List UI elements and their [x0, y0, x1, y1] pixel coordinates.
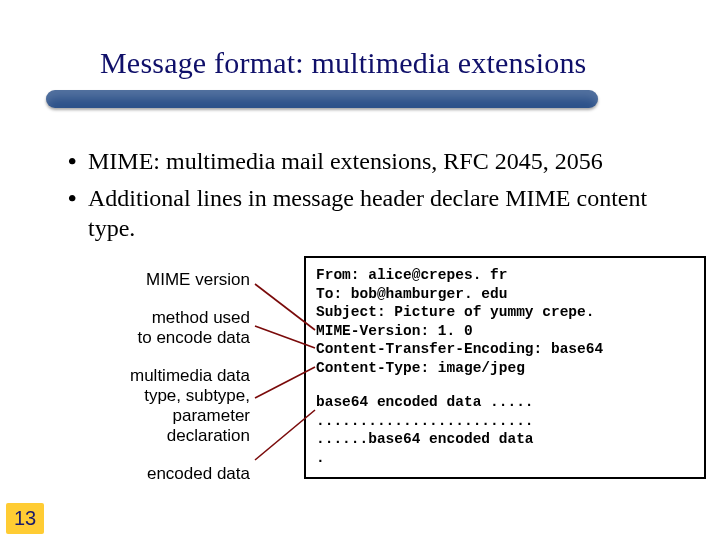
slide-title: Message format: multimedia extensions: [100, 46, 586, 80]
annotation-content-type: multimedia data type, subtype, parameter…: [50, 366, 250, 446]
code-body-line: ......base64 encoded data: [316, 430, 694, 449]
code-to: To: bob@hamburger. edu: [316, 285, 694, 304]
email-code-box: From: alice@crepes. fr To: bob@hamburger…: [304, 256, 706, 479]
bullet-dot: •: [68, 146, 88, 177]
annotation-column: MIME version method used to encode data …: [50, 270, 250, 502]
bullet-item: • MIME: multimedia mail extensions, RFC …: [68, 146, 690, 177]
code-subject: Subject: Picture of yummy crepe.: [316, 303, 694, 322]
code-cte: Content-Transfer-Encoding: base64: [316, 340, 694, 359]
annotation-encode-method: method used to encode data: [50, 308, 250, 348]
page-number: 13: [6, 503, 44, 534]
bullet-text: Additional lines in message header decla…: [88, 183, 690, 244]
bullet-list: • MIME: multimedia mail extensions, RFC …: [68, 146, 690, 250]
bullet-text: MIME: multimedia mail extensions, RFC 20…: [88, 146, 690, 177]
bullet-item: • Additional lines in message header dec…: [68, 183, 690, 244]
code-body-line: base64 encoded data .....: [316, 393, 694, 412]
bullet-dot: •: [68, 183, 88, 214]
annotation-encoded-data: encoded data: [50, 464, 250, 484]
code-body-line: .........................: [316, 412, 694, 431]
code-mimever: MIME-Version: 1. 0: [316, 322, 694, 341]
title-underline: [46, 90, 598, 108]
code-from: From: alice@crepes. fr: [316, 266, 694, 285]
annotation-mime-version: MIME version: [50, 270, 250, 290]
code-body-line: .: [316, 449, 694, 468]
code-ctype: Content-Type: image/jpeg: [316, 359, 694, 378]
